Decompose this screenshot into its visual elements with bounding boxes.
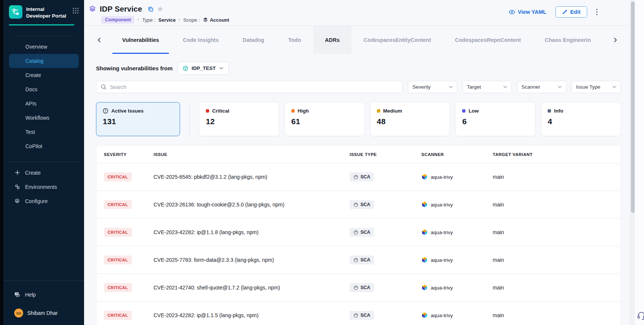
sidebar-item-workflows[interactable]: Workflows [3, 111, 84, 125]
tab-codespaces-repo-content[interactable]: CodespacesRepoContent [443, 26, 533, 54]
tab-chaos-engineering[interactable]: Chaos Engineerin [533, 26, 603, 54]
sidebar: Internal Developer Portal Overview Catal… [3, 0, 84, 325]
tab-adrs[interactable]: ADRs [313, 26, 352, 54]
issue-type-chip: SCA [350, 228, 374, 237]
table-row[interactable]: CRITICAL CVE-2023-42282: ip@1.1.8 (lang-… [96, 219, 620, 246]
filter-scanner[interactable]: Scanner [517, 81, 566, 93]
target-variant: main [485, 229, 620, 235]
target-variant: main [485, 285, 620, 291]
stat-card-active-issues[interactable]: Active Issues 131 [96, 102, 180, 136]
sidebar-item-create[interactable]: Create [3, 68, 84, 82]
apps-grid-icon[interactable] [72, 5, 79, 14]
medium-dot [377, 109, 380, 113]
gear-icon [14, 198, 20, 204]
sidebar-item-docs[interactable]: Docs [3, 82, 84, 96]
table-row[interactable]: CRITICAL CVE-2023-26136: tough-cookie@2.… [96, 191, 620, 219]
col-scanner: SCANNER [414, 152, 485, 157]
table-row[interactable]: CRITICAL CVE-2025-7783: form-data@2.3.3 … [96, 246, 620, 274]
sca-icon [353, 175, 358, 180]
page-title: IDP Service [100, 4, 142, 13]
sca-icon [353, 258, 358, 263]
stat-card-critical[interactable]: Critical 12 [199, 102, 279, 136]
chevron-down-icon [503, 86, 507, 88]
search-input[interactable] [110, 84, 398, 90]
meta-separator: • [179, 17, 180, 22]
entity-kind-badge: Component [101, 16, 134, 24]
severity-badge: CRITICAL [104, 311, 132, 320]
stat-card-medium[interactable]: Medium 48 [370, 102, 450, 136]
more-options-icon[interactable] [596, 9, 598, 15]
stat-card-info[interactable]: Info 4 [541, 102, 621, 136]
tabs-scroll-left-icon[interactable] [97, 26, 101, 54]
stat-card-low[interactable]: Low 6 [455, 102, 535, 136]
col-issue-type: ISSUE TYPE [342, 152, 414, 157]
sidebar-item-test[interactable]: Test [3, 125, 84, 139]
help-button[interactable]: ? Help [3, 287, 84, 302]
sidebar-create-button[interactable]: Create [3, 166, 84, 180]
aqua-trivy-icon [421, 201, 428, 208]
window-edge [0, 0, 3, 325]
stat-label: High [298, 108, 309, 114]
source-select[interactable]: IDP_TEST [177, 62, 229, 75]
tab-datadog[interactable]: Datadog [230, 26, 276, 54]
edit-label: Edit [570, 9, 580, 15]
high-dot [291, 109, 295, 113]
tab-code-insights[interactable]: Code Insights [171, 26, 231, 54]
sidebar-configure-button[interactable]: Configure [3, 194, 84, 208]
sidebar-configure-label: Configure [25, 198, 48, 204]
tab-vulnerabilities[interactable]: Vulnerabilities [110, 26, 171, 54]
sca-icon [353, 202, 358, 207]
col-severity: SEVERITY [96, 152, 146, 157]
filter-severity[interactable]: Severity [408, 81, 457, 93]
sidebar-environments-button[interactable]: Environments [3, 180, 84, 194]
sidebar-create-label: Create [25, 170, 41, 176]
copy-icon[interactable] [148, 6, 154, 12]
tab-todo[interactable]: Todo [276, 26, 313, 54]
support-chat-icon[interactable] [637, 311, 644, 321]
issue-text: CVE-2025-6545: pbkdf2@3.1.2 (lang-pkgs, … [146, 174, 342, 180]
stat-label: Medium [383, 108, 402, 114]
sidebar-item-overview[interactable]: Overview [3, 40, 84, 54]
type-label: Type : [142, 17, 155, 23]
showing-vulnerabilities-label: Showing vulnerabilities from [96, 65, 173, 71]
view-yaml-label: View YAML [518, 9, 546, 15]
severity-badge: CRITICAL [104, 228, 132, 237]
user-menu[interactable]: SD Shibam Dhar [3, 302, 84, 325]
vulnerabilities-panel: Showing vulnerabilities from IDP_TEST [84, 62, 630, 325]
meta-separator: • [137, 17, 139, 22]
chevron-down-icon [612, 86, 616, 88]
stat-card-high[interactable]: High 61 [285, 102, 365, 136]
sidebar-item-copilot[interactable]: CoPilot [3, 139, 84, 153]
tab-codespaces-entity-content[interactable]: CodespacesEntityContent [352, 26, 443, 54]
app-window: { "colors": { "accent_blue": "#2563EB", … [0, 0, 644, 325]
source-select-value: IDP_TEST [192, 65, 216, 71]
table-row[interactable]: CRITICAL CVE-2023-42282: ip@1.1.5 (lang-… [96, 302, 620, 325]
tabs-scroll-right-icon[interactable] [614, 26, 617, 54]
vertical-scrollbar[interactable] [630, 0, 635, 325]
sidebar-item-apis[interactable]: APIs [3, 96, 84, 111]
issue-text: CVE-2023-42282: ip@1.1.5 (lang-pkgs, npm… [146, 312, 342, 318]
scope-label: Scope : [183, 17, 200, 23]
issue-text: CVE-2023-42282: ip@1.1.8 (lang-pkgs, npm… [146, 229, 342, 235]
severity-badge: CRITICAL [104, 283, 132, 292]
sidebar-item-catalog[interactable]: Catalog [9, 54, 79, 68]
view-yaml-button[interactable]: View YAML [509, 9, 546, 15]
entity-gear-icon [89, 5, 96, 13]
table-row[interactable]: CRITICAL CVE-2025-6545: pbkdf2@3.1.2 (la… [96, 163, 620, 191]
edit-button[interactable]: Edit [555, 6, 587, 18]
chevron-down-icon [449, 86, 453, 88]
sidebar-divider [16, 36, 72, 36]
chevron-down-icon [219, 67, 223, 70]
filter-issue-type[interactable]: Issue Type [572, 81, 621, 93]
scrollbar-thumb[interactable] [631, 1, 635, 213]
filter-target[interactable]: Target [462, 81, 512, 93]
environments-icon [14, 184, 20, 190]
table-row[interactable]: CRITICAL CVE-2021-42740: shell-quote@1.7… [96, 274, 620, 302]
scanner-cell: aqua-trivy [414, 201, 485, 208]
star-icon[interactable] [157, 6, 164, 12]
issue-type-chip: SCA [350, 283, 374, 292]
severity-summary: Active Issues 131 Critical 12 High 61 Me… [96, 102, 621, 136]
issue-type-chip: SCA [350, 172, 374, 181]
issue-text: CVE-2021-42740: shell-quote@1.7.2 (lang-… [146, 285, 342, 291]
sca-icon [353, 313, 358, 318]
